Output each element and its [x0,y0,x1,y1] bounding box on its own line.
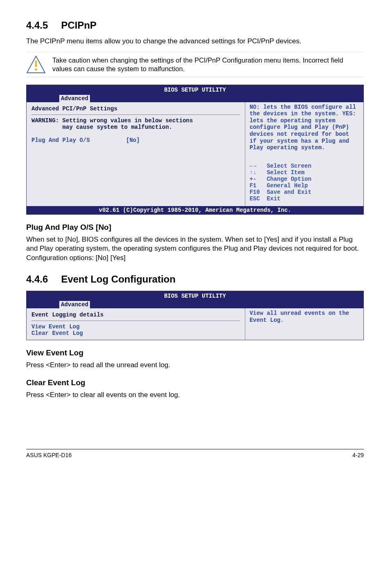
bios-field-value: [No] [126,137,140,144]
hotkey-exit: ESC Exit [249,195,359,202]
view-event-log-paragraph: Press <Enter> to read all the unread eve… [26,361,364,370]
bios-link-clear-event-log[interactable]: Clear Event Log [31,330,240,337]
bios-help-text: NO: lets the BIOS configure all the devi… [249,104,359,151]
hotkey-general-help: F1 General Help [249,182,359,189]
hotkey-change-option: +- Change Option [249,176,359,182]
bios-title: BIOS SETUP UTILITY [27,85,363,95]
bios-help-text-2: View all unread events on the Event Log. [249,310,359,323]
bios-link-view-event-log[interactable]: View Event Log [31,323,240,330]
section-heading-pcipnp: 4.4.5 PCIPnP [26,20,364,31]
bios-hotkeys: ←→ Select Screen ↑↓ Select Item +- Chang… [249,163,359,202]
section-number-2: 4.4.6 [26,274,48,285]
bios-tab-bar: Advanced [27,95,363,102]
section-number: 4.4.5 [26,20,48,31]
tab-advanced-2[interactable]: Advanced [59,301,90,308]
page-footer: ASUS KGPE-D16 4-29 [26,449,364,458]
hotkey-select-screen: ←→ Select Screen [249,163,359,169]
bios-left-heading: Advanced PCI/PnP Settings [31,105,240,112]
bios-left-pane-2: Event Logging details View Event Log Cle… [27,308,245,340]
caution-box: Take caution when changing the settings … [26,52,364,77]
clear-event-log-paragraph: Press <Enter> to clear all events on the… [26,391,364,400]
intro-paragraph: The PCIPnP menu items allow you to chang… [26,37,364,46]
hotkey-save-exit: F10 Save and Exit [249,189,359,195]
bios-footer: v02.61 (C)Copyright 1985-2010, American … [27,206,363,214]
bios-left-heading-2: Event Logging details [31,312,240,318]
footer-page-number: 4-29 [352,452,364,458]
caution-icon [26,55,46,74]
bios-right-pane: NO: lets the BIOS configure all the devi… [245,102,363,206]
bios-tab-bar-2: Advanced [27,301,363,308]
bios-field-plug-and-play[interactable]: Plug And Play O/S [No] [31,137,240,144]
svg-rect-1 [35,61,37,67]
bios-right-pane-2: View all unread events on the Event Log. [245,308,363,340]
hotkey-select-item: ↑↓ Select Item [249,169,359,176]
bios-warning-line1: WARNING: Setting wrong values in below s… [31,117,240,124]
bios-divider [31,114,240,115]
plug-and-play-paragraph: When set to [No], BIOS configures all th… [26,235,364,254]
footer-product: ASUS KGPE-D16 [26,452,72,458]
caution-text: Take caution when changing the settings … [52,56,364,74]
bios-screen-eventlog: BIOS SETUP UTILITY Advanced Event Loggin… [26,291,364,340]
bios-title-2: BIOS SETUP UTILITY [27,291,363,301]
subheading-clear-event-log: Clear Event Log [26,378,364,387]
bios-left-pane: Advanced PCI/PnP Settings WARNING: Setti… [27,102,245,206]
tab-advanced[interactable]: Advanced [59,95,90,102]
subheading-view-event-log: View Event Log [26,348,364,357]
bios-field-label: Plug And Play O/S [31,137,90,144]
plug-and-play-options: Configuration options: [No] [Yes] [26,254,364,263]
bios-screen-pcipnp: BIOS SETUP UTILITY Advanced Advanced PCI… [26,85,364,215]
section-title: PCIPnP [61,20,96,31]
svg-point-2 [35,68,37,71]
bios-divider-2 [31,321,240,321]
section-title-2: Event Log Configuration [61,274,175,285]
section-heading-eventlog: 4.4.6 Event Log Configuration [26,274,364,285]
bios-warning-line2: may cause system to malfunction. [31,124,240,130]
subheading-plug-and-play: Plug And Play O/S [No] [26,223,364,232]
